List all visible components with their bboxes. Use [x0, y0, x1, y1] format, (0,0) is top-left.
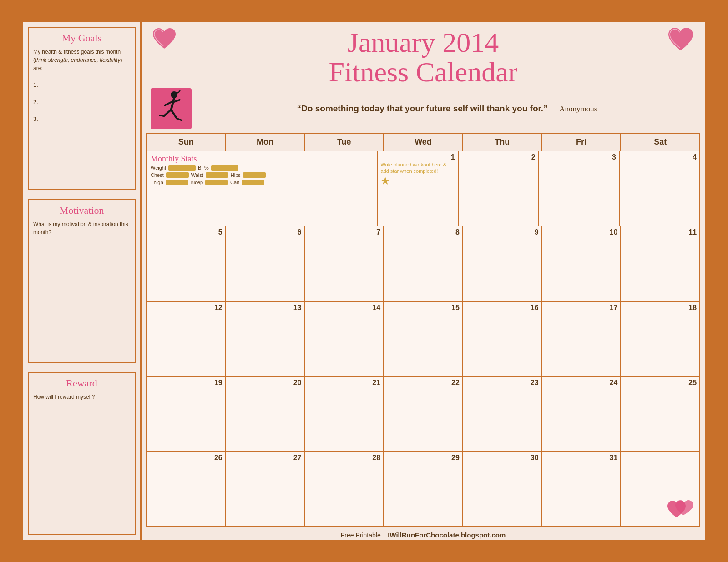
reward-title: Reward: [33, 377, 130, 389]
goals-body: My health & fitness goals this month (th…: [33, 48, 130, 124]
calendar-header-row: Sun Mon Tue Wed Thu Fri Sat: [147, 134, 700, 151]
cal-cell-28[interactable]: 28: [305, 452, 384, 526]
calf-bar: [242, 180, 264, 185]
cal-date-15: 15: [387, 304, 460, 312]
hips-bar: [243, 172, 266, 178]
cal-cell-31[interactable]: 31: [542, 452, 622, 526]
cal-date-3: 3: [542, 153, 616, 161]
cal-row-5: 26 27 28 29 30 31: [147, 452, 700, 527]
cal-cell-19[interactable]: 19: [147, 377, 226, 451]
cal-cell-12[interactable]: 12: [147, 302, 226, 376]
bottom-hearts-decoration: [665, 492, 697, 524]
cal-cell-27[interactable]: 27: [226, 452, 305, 526]
cal-date-5: 5: [150, 228, 222, 236]
cal-date-21: 21: [308, 379, 380, 387]
cal-date-27: 27: [229, 454, 302, 462]
cal-header-sat: Sat: [621, 134, 700, 151]
cal-date-26: 26: [150, 454, 222, 462]
cal-header-tue: Tue: [305, 134, 384, 151]
cal-date-1: 1: [380, 153, 455, 161]
header: January 2014 Fitness Calendar: [142, 22, 705, 88]
monthly-stats-cell: Monthly Stats Weight BF% Chest Waist: [147, 151, 378, 226]
quote-main: “Do something today that your future sel…: [297, 104, 548, 113]
cal-cell-24[interactable]: 24: [542, 377, 622, 451]
cal-date-16: 16: [466, 304, 539, 312]
cal-date-8: 8: [387, 228, 460, 236]
quote-text: “Do something today that your future sel…: [198, 103, 696, 115]
cal-date-18: 18: [624, 304, 697, 312]
cal-date-28: 28: [308, 454, 380, 462]
cal-cell-5[interactable]: 5: [147, 226, 226, 301]
cal-cell-17[interactable]: 17: [542, 302, 622, 376]
weight-label: Weight: [151, 165, 166, 171]
cal-cell-wed-1[interactable]: 1 Write planned workout here & add star …: [378, 151, 458, 226]
runner-figure: [151, 88, 192, 129]
main-container: My Goals My health & fitness goals this …: [22, 21, 706, 541]
cal-cell-9[interactable]: 9: [463, 226, 542, 301]
cal-cell-14[interactable]: 14: [305, 302, 384, 376]
cal-cell-15[interactable]: 15: [384, 302, 463, 376]
cal-cell-16[interactable]: 16: [463, 302, 542, 376]
cal-cell-30[interactable]: 30: [463, 452, 542, 526]
goal-1: 1.: [33, 80, 130, 90]
cal-cell-11[interactable]: 11: [621, 226, 700, 301]
waist-label: Waist: [191, 172, 203, 178]
motivation-body: What is my motivation & inspiration this…: [33, 220, 130, 236]
cal-date-11: 11: [624, 228, 697, 236]
cal-date-29: 29: [387, 454, 460, 462]
weight-bar: [168, 165, 196, 171]
cal-date-14: 14: [308, 304, 380, 312]
cal-cell-thu-2[interactable]: 2: [459, 151, 539, 226]
cal-cell-fri-3[interactable]: 3: [539, 151, 620, 226]
stats-row-1: Weight BF%: [151, 165, 373, 171]
cal-date-23: 23: [466, 379, 539, 387]
cal-header-fri: Fri: [542, 134, 622, 151]
waist-bar: [206, 172, 228, 178]
cal-cell-26[interactable]: 26: [147, 452, 226, 526]
cal-cell-18[interactable]: 18: [621, 302, 700, 376]
thigh-label: Thigh: [151, 180, 163, 185]
cal-cell-25[interactable]: 25: [621, 377, 700, 451]
cal-cell-7[interactable]: 7: [305, 226, 384, 301]
cal-date-19: 19: [150, 379, 222, 387]
bf-label: BF%: [198, 165, 209, 171]
cal-cell-8[interactable]: 8: [384, 226, 463, 301]
heart-top-right-icon: [666, 27, 696, 58]
cal-cell-21[interactable]: 21: [305, 377, 384, 451]
cal-cell-sat-4[interactable]: 4: [620, 151, 700, 226]
cal-date-7: 7: [308, 228, 380, 236]
cal-header-thu: Thu: [463, 134, 542, 151]
cal-cell-20[interactable]: 20: [226, 377, 305, 451]
cal-cell-13[interactable]: 13: [226, 302, 305, 376]
cal-date-24: 24: [545, 379, 618, 387]
cal-date-20: 20: [229, 379, 302, 387]
motivation-title: Motivation: [33, 205, 130, 216]
cal-header-wed: Wed: [384, 134, 463, 151]
header-title-line1: January 2014: [151, 27, 696, 58]
header-title-line2: Fitness Calendar: [151, 58, 696, 86]
cal-date-4: 4: [622, 153, 697, 161]
cal-header-sun: Sun: [147, 134, 226, 151]
calf-label: Calf: [230, 180, 239, 185]
cal-cell-6[interactable]: 6: [226, 226, 305, 301]
goal-3: 3.: [33, 115, 130, 124]
cal-date-31: 31: [545, 454, 618, 462]
cal-cell-10[interactable]: 10: [542, 226, 622, 301]
goals-numbered: 1. 2. 3.: [33, 80, 130, 124]
hips-label: Hips: [231, 172, 241, 178]
goals-section: My Goals My health & fitness goals this …: [28, 27, 136, 190]
cal-cell-22[interactable]: 22: [384, 377, 463, 451]
goals-title: My Goals: [33, 32, 130, 44]
cal-cell-29[interactable]: 29: [384, 452, 463, 526]
wed-instruction: Write planned workout here & add star wh…: [380, 161, 455, 175]
thigh-bar: [166, 180, 188, 185]
cal-cell-23[interactable]: 23: [463, 377, 542, 451]
cal-row-stats: Monthly Stats Weight BF% Chest Waist: [147, 151, 700, 226]
calendar: Sun Mon Tue Wed Thu Fri Sat Monthly Stat…: [146, 133, 700, 527]
footer: Free Printable IWillRunForChocolate.blog…: [142, 529, 705, 540]
chest-bar: [166, 172, 189, 178]
reward-section: Reward How will I reward myself?: [28, 372, 136, 535]
goals-text: My health & fitness goals this month (th…: [33, 49, 122, 71]
quote-row: “Do something today that your future sel…: [142, 88, 705, 133]
cal-date-12: 12: [150, 304, 222, 312]
